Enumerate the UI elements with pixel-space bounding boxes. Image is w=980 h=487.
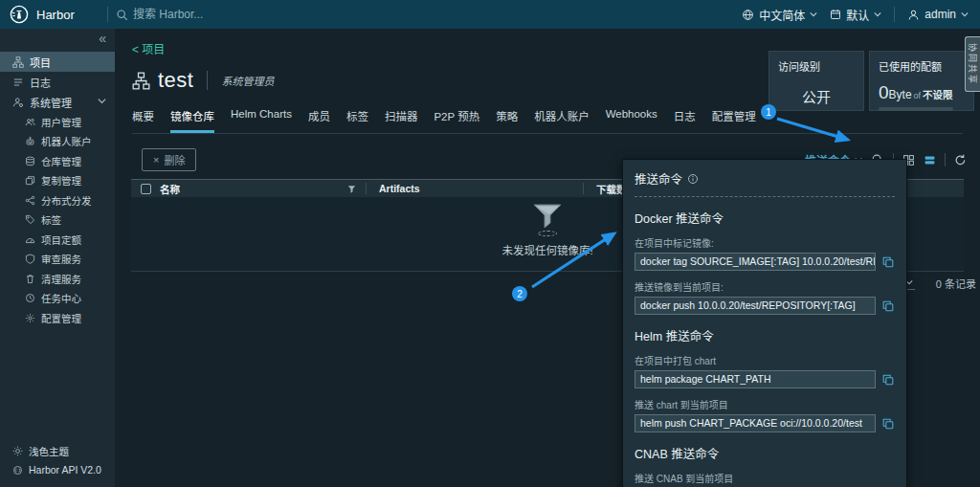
topbar-divider (107, 7, 108, 22)
language-menu[interactable]: 中文简体 (742, 7, 817, 23)
registry-icon (25, 156, 35, 166)
sidebar-item-projects[interactable]: 项目 (0, 52, 115, 72)
refresh-icon[interactable] (954, 154, 967, 166)
helm-package-command-field[interactable]: helm package CHART_PATH (635, 370, 876, 388)
helm-section-heading: Helm 推送命令 (635, 326, 895, 344)
sun-icon (12, 446, 23, 456)
sidebar: « 项目 日志 系统管理 (0, 29, 115, 487)
page-title: test (158, 68, 193, 93)
chevron-down-icon (98, 98, 106, 104)
user-menu[interactable]: admin (907, 8, 969, 21)
sidebar-item-configuration[interactable]: 配置管理 (0, 308, 115, 328)
copy-icon[interactable] (881, 255, 895, 269)
tab-logs[interactable]: 日志 (674, 108, 696, 133)
tab-p2p-preheat[interactable]: P2P 预热 (434, 108, 479, 133)
command-label: 在项目中标记镜像: (635, 235, 895, 250)
sidebar-collapse-icon[interactable]: « (99, 31, 106, 46)
sidebar-item-label: 日志 (30, 75, 51, 90)
user-label: admin (924, 8, 956, 21)
toolbar-divider (945, 153, 946, 166)
close-icon: × (153, 154, 159, 166)
harbor-brand[interactable]: Harbor (0, 5, 107, 24)
select-all-checkbox[interactable] (141, 184, 151, 194)
clock-icon (25, 293, 35, 303)
quota-progress-bar (879, 107, 953, 111)
sidebar-item-project-quotas[interactable]: 项目定额 (0, 230, 115, 250)
sidebar-item-logs[interactable]: 日志 (0, 72, 115, 92)
tab-policy[interactable]: 策略 (496, 108, 518, 133)
sidebar-item-robot-accounts[interactable]: 机器人账户 (0, 132, 115, 152)
registry-mode-menu[interactable]: 默认 (830, 7, 881, 23)
harbor-api-link[interactable]: Harbor API V2.0 (0, 460, 115, 479)
sidebar-item-label: 仓库管理 (41, 154, 81, 168)
push-command-popup: 推送命令 Docker 推送命令 在项目中标记镜像: docker tag SO… (622, 159, 907, 487)
access-level-card: 访问级别 公开 (768, 51, 864, 111)
theme-label: 浅色主题 (29, 444, 69, 458)
funnel-shadow (538, 231, 557, 236)
tab-labels[interactable]: 标签 (346, 108, 368, 133)
column-divider (366, 183, 367, 194)
list-view-icon[interactable] (924, 154, 936, 166)
harbor-logo-icon (10, 5, 29, 24)
copy-icon[interactable] (881, 299, 895, 313)
helm-push-command-field[interactable]: helm push CHART_PACKAGE oci://10.0.0.20/… (635, 414, 876, 432)
quota-unit: Byte (889, 88, 912, 101)
sidebar-item-label: 系统管理 (30, 95, 72, 110)
docker-push-command-field[interactable]: docker push 10.0.0.20/test/REPOSITORY[:T… (635, 297, 876, 315)
delete-label: 删除 (164, 152, 185, 167)
sidebar-item-registries[interactable]: 仓库管理 (0, 151, 115, 171)
sidebar-item-label: 任务中心 (41, 291, 81, 305)
sidebar-item-labels[interactable]: 标签 (0, 210, 115, 231)
tab-repositories[interactable]: 镜像仓库 (170, 108, 214, 133)
sidebar-item-users[interactable]: 用户管理 (0, 112, 115, 132)
tab-robot-accounts[interactable]: 机器人账户 (534, 108, 590, 133)
sidebar-item-label: 配置管理 (41, 311, 81, 325)
copy-icon[interactable] (881, 373, 895, 387)
tag-icon (25, 214, 35, 225)
tab-helm-charts[interactable]: Helm Charts (231, 108, 292, 133)
column-header-name: 名称 (160, 182, 347, 196)
users-icon (25, 117, 35, 127)
trash-icon (25, 274, 35, 284)
sidebar-item-distribution[interactable]: 分布式分发 (0, 190, 115, 210)
delete-button[interactable]: × 删除 (142, 148, 196, 171)
sidebar-item-label: 清理服务 (41, 272, 81, 286)
sidebar-item-job-service[interactable]: 任务中心 (0, 289, 115, 309)
role-badge: 系统管理员 (221, 73, 274, 88)
registry-mode-label: 默认 (846, 7, 869, 23)
tab-scanner[interactable]: 扫描器 (385, 108, 418, 133)
info-icon[interactable] (687, 173, 699, 185)
sidebar-item-interrogation-services[interactable]: 审查服务 (0, 250, 115, 270)
project-icon (132, 72, 150, 90)
command-label: 推送 CNAB 到当前项目 (635, 471, 895, 485)
breadcrumb[interactable]: < 项目 (132, 40, 165, 56)
popup-title: 推送命令 (635, 169, 682, 188)
sidebar-item-garbage-collection[interactable]: 清理服务 (0, 269, 115, 289)
docker-section-heading: Docker 推送命令 (635, 209, 895, 227)
docker-tag-command-field[interactable]: docker tag SOURCE_IMAGE[:TAG] 10.0.0.20/… (635, 253, 876, 271)
organization-icon (12, 56, 24, 68)
cnab-section-heading: CNAB 推送命令 (635, 444, 895, 462)
annotation-badge-1: 1 (761, 104, 776, 120)
sidebar-item-replications[interactable]: 复制管理 (0, 171, 115, 191)
sidebar-item-label: 标签 (41, 212, 61, 227)
list-icon (12, 77, 24, 88)
annotation-badge-2: 2 (512, 286, 527, 301)
tab-webhooks[interactable]: Webhooks (606, 108, 657, 133)
dashed-divider (635, 196, 895, 197)
filter-funnel-icon[interactable] (347, 185, 365, 193)
search-input[interactable] (133, 8, 439, 21)
tab-configuration[interactable]: 配置管理 (712, 108, 756, 133)
collab-share-tab[interactable]: 协同共享 (965, 36, 980, 92)
theme-toggle[interactable]: 浅色主题 (0, 441, 115, 460)
topbar: Harbor 中文简体 (0, 0, 980, 29)
tab-members[interactable]: 成员 (308, 108, 330, 133)
access-level-value: 公开 (778, 86, 855, 106)
sidebar-item-administration[interactable]: 系统管理 (0, 92, 115, 112)
access-level-label: 访问级别 (778, 58, 855, 74)
tab-summary[interactable]: 概要 (132, 108, 154, 133)
calendar-icon (830, 9, 841, 20)
quota-limit: 不设限 (923, 89, 953, 100)
brand-name: Harbor (36, 8, 75, 22)
copy-icon[interactable] (881, 417, 895, 431)
